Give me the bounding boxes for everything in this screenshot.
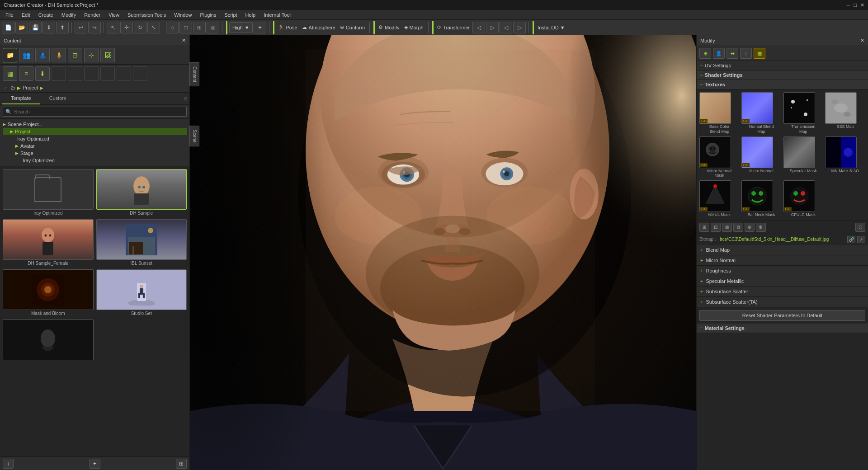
menu-submission[interactable]: Submission Tools [124,11,170,19]
tex-micro-normal[interactable]: GD Micro Normal [741,136,782,179]
tab-custom[interactable]: Custom [40,93,75,104]
content-close-btn[interactable]: ✕ [182,38,186,43]
tree-iray-2[interactable]: Iray Optimized [3,157,187,164]
menu-script[interactable]: Script [221,11,241,19]
reset-shader-btn[interactable]: Reset Shader Parameters to Default [699,310,865,321]
empty-btn-1[interactable] [52,66,66,81]
tree-scene-project[interactable]: ▶ Scene Project... [3,121,187,128]
select-btn[interactable]: ↖ [107,22,119,33]
minimize-btn[interactable]: ─ [847,2,850,8]
tex-specular-mask[interactable]: Specular Mask [783,136,824,179]
morph-tool[interactable]: ◈ Morph [402,24,425,30]
close-btn[interactable]: ✕ [860,2,864,8]
menu-create[interactable]: Create [35,11,57,19]
instalod-tool[interactable]: InstaLOD ▼ [536,25,566,30]
tex-tool-delete[interactable]: 🗑 [756,223,766,232]
tex-ear-neck[interactable]: GD Ear Neck Mask [741,180,782,218]
tex-tool-expand[interactable]: ⬡ [855,223,865,232]
tex-tool-fit[interactable]: ⊡ [711,223,721,232]
cloth-icon-btn[interactable]: 👗 [35,48,50,62]
grid-item-dark[interactable] [3,320,94,362]
tex-micro-normal-mask[interactable]: GD GD Micro NormalMask [699,136,740,179]
tree-project[interactable]: ▶ Project [3,128,187,135]
roughness-header[interactable]: + Roughness [697,266,868,276]
tex-tool-paste[interactable]: ⊕ [745,223,755,232]
tree-iray-1[interactable]: Iray Optimized [3,135,187,142]
folder-icon-btn[interactable]: 📁 [3,48,17,62]
tab-options[interactable]: ⊙ [184,96,188,102]
transformer-tool[interactable]: ⟳ Transformer [435,24,472,30]
micro-normal-header[interactable]: + Micro Normal [697,255,868,265]
subsurface-scatter-ta-header[interactable]: + Subsurface Scatter(TA) [697,297,868,307]
menu-file[interactable]: File [2,11,17,19]
redo-btn[interactable]: ↪ [88,22,101,33]
grid-item-female[interactable]: DH Sample_Female [3,219,94,267]
download-btn[interactable]: ⬇ [35,66,50,81]
tree-avatar[interactable]: ▶ Avatar [3,142,187,150]
empty-btn-2[interactable] [68,66,82,81]
grid-item-studio[interactable]: Studio Set [96,269,187,317]
nav-project[interactable]: Project [23,85,38,90]
tex-cfulc[interactable]: GD CFULC Mask [783,180,824,218]
add-btn[interactable]: + [90,459,100,469]
scene-side-tab[interactable]: Scene [189,126,199,146]
tab-template[interactable]: Template [2,93,40,104]
mod-icon-3[interactable]: ⬌ [726,48,738,59]
tex-sss[interactable]: SSS Map [825,92,865,135]
scene-icon-btn[interactable]: 🖼 [100,48,115,62]
light-btn[interactable]: ✦ [254,22,266,33]
grid-btn[interactable]: ⊞ [193,22,206,33]
tree-stage[interactable]: ▶ Stage [3,150,187,157]
tex-transmission[interactable]: TransmissionMap [783,92,824,135]
tex-tool-copy[interactable]: ⧉ [733,223,743,232]
quality-dropdown[interactable]: High ▼ [229,22,253,33]
content-side-tab[interactable]: Content [189,62,199,86]
maximize-btn[interactable]: □ [854,2,857,8]
tool-btn-4[interactable]: ▷ [513,22,526,33]
import-btn[interactable]: ⬇ [42,22,55,33]
material-settings-header[interactable]: − Material Settings [697,324,868,333]
mod-icon-1[interactable]: ⊞ [699,48,711,59]
scan-icon-btn[interactable]: ⊡ [68,48,82,62]
search-input[interactable] [3,107,187,117]
pose-tool[interactable]: 🏃 Pose [276,24,299,30]
tool-btn-3[interactable]: ◁ [500,22,512,33]
empty-btn-5[interactable] [117,66,131,81]
viewport-background[interactable] [190,35,696,470]
menu-modify[interactable]: Modify [58,11,80,19]
uv-settings-section[interactable]: − UV Settings [697,61,868,70]
list-view-btn[interactable]: ≡ [19,66,33,81]
rig-icon-btn[interactable]: ⊹ [84,48,99,62]
export-btn[interactable]: ⬆ [56,22,69,33]
mod-icon-2[interactable]: 👤 [713,48,725,59]
menu-help[interactable]: Help [242,11,259,19]
people-icon-btn[interactable]: 👥 [19,48,33,62]
camera-btn[interactable]: ⌂ [166,22,179,33]
modify-tool[interactable]: ⚙ Modify [377,24,401,30]
tex-base-color[interactable]: GD Base ColorBlend Map [699,92,740,135]
back-btn[interactable]: ← [4,85,9,90]
mod-icon-4[interactable]: ↕ [740,48,752,59]
menu-internal[interactable]: Internal Tool [260,11,294,19]
tex-tool-link[interactable]: ⊠ [722,223,732,232]
tool-btn-1[interactable]: ◁ [472,22,485,33]
menu-plugins[interactable]: Plugins [196,11,220,19]
empty-btn-4[interactable] [100,66,115,81]
scale-btn[interactable]: ⤡ [147,22,160,33]
empty-btn-3[interactable] [84,66,99,81]
view-btn[interactable]: □ [179,22,192,33]
grid-view-btn[interactable]: ▦ [3,66,17,81]
save-btn[interactable]: 💾 [29,22,42,33]
empty-btn-6[interactable] [133,66,147,81]
menu-window[interactable]: Window [170,11,195,19]
bitmap-expand-btn[interactable]: ↗ [857,236,865,243]
tex-nmul[interactable]: GD NMUL Mask [699,180,740,218]
scroll-down-btn[interactable]: ↓ [3,459,14,469]
blend-map-header[interactable]: + Blend Map [697,245,868,255]
grid-item-ibl[interactable]: IBL Sunset [96,219,187,267]
settings-btn[interactable]: ⊞ [176,459,187,469]
shader-settings-header[interactable]: − Shader Settings [697,70,868,80]
subsurface-scatter-header[interactable]: + Subsurface Scatter [697,287,868,296]
bitmap-link-btn[interactable]: 🔗 [847,236,855,243]
undo-btn[interactable]: ↩ [75,22,87,33]
